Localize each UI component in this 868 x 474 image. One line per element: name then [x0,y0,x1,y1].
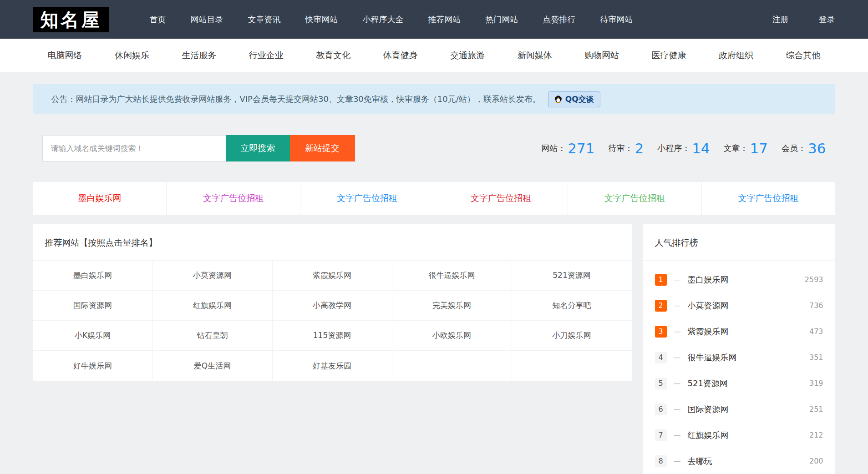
site-link[interactable]: 爱Q生活网 [153,351,273,381]
site-link[interactable]: 好牛娱乐网 [33,351,153,381]
rank-dash: — [674,431,681,439]
site-link[interactable]: 知名分享吧 [512,291,632,321]
qq-chat-button[interactable]: QQ交谈 [548,91,600,107]
category-news-media[interactable]: 新闻媒体 [518,50,552,61]
rank-badge: 2 [655,300,667,312]
search-input[interactable] [42,135,226,161]
site-logo[interactable]: 知名屋 [33,7,109,32]
nav-item-fast-review[interactable]: 快审网站 [293,0,350,39]
stat-sites: 网站： 271 [541,140,594,156]
rank-dash: — [674,405,681,413]
ad-link-1[interactable]: 墨白娱乐网 [33,182,167,215]
rank-badge: 4 [655,352,667,363]
nav-item-pending-sites[interactable]: 待审网站 [588,0,645,39]
site-link[interactable]: 小高教学网 [273,291,392,321]
rank-site-link[interactable]: 去哪玩 [688,456,712,467]
site-link[interactable]: 小莫资源网 [153,261,273,291]
site-link[interactable]: 墨白娱乐网 [33,261,153,291]
ranking-row: 3 — 紫霞娱乐网 473 [643,318,835,344]
text-ad-row: 墨白娱乐网 文字广告位招租 文字广告位招租 文字广告位招租 文字广告位招租 文字… [33,182,835,215]
ranking-row: 8 — 去哪玩 200 [643,448,835,474]
qq-chat-label: QQ交谈 [565,94,594,105]
auth-links: 注册 登录 [772,0,835,39]
rank-dash: — [674,457,681,465]
rank-site-link[interactable]: 墨白娱乐网 [688,274,729,285]
submit-site-button[interactable]: 新站提交 [290,135,355,161]
rank-dash: — [674,353,681,362]
ranking-list: 1 — 墨白娱乐网 2593 2 — 小莫资源网 736 3 — 紫霞娱乐网 4… [643,261,835,474]
nav-item-articles[interactable]: 文章资讯 [236,0,293,39]
rank-dash: — [674,275,681,284]
nav-item-recommended[interactable]: 推荐网站 [416,0,473,39]
category-industry-enterprise[interactable]: 行业企业 [249,50,284,61]
ranking-row: 4 — 很牛逼娱乐网 351 [643,344,835,370]
site-link[interactable]: 好基友乐园 [273,351,392,381]
ad-link-4[interactable]: 文字广告位招租 [434,182,568,215]
rank-badge: 3 [655,326,667,338]
rank-dash: — [674,327,681,336]
category-leisure-entertainment[interactable]: 休闲娱乐 [115,50,149,61]
ad-link-3[interactable]: 文字广告位招租 [300,182,434,215]
ranking-row: 5 — 521资源网 319 [643,370,835,396]
register-link[interactable]: 注册 [772,0,789,39]
ad-link-2[interactable]: 文字广告位招租 [167,182,300,215]
stat-articles: 文章： 17 [724,140,768,156]
category-bar: 电脑网络 休闲娱乐 生活服务 行业企业 教育文化 体育健身 交通旅游 新闻媒体 … [0,39,868,72]
category-education-culture[interactable]: 教育文化 [316,50,350,61]
site-link[interactable]: 小K娱乐网 [33,321,153,351]
rank-badge: 5 [655,378,667,389]
rank-site-link[interactable]: 红旗娱乐网 [688,430,729,441]
nav-item-likes-ranking[interactable]: 点赞排行 [531,0,588,39]
site-link[interactable]: 很牛逼娱乐网 [392,261,512,291]
site-link[interactable]: 国际资源网 [33,291,153,321]
category-sports-fitness[interactable]: 体育健身 [383,50,418,61]
ranking-panel-title: 人气排行榜 [643,224,835,261]
top-navbar: 知名屋 首页 网站目录 文章资讯 快审网站 小程序大全 推荐网站 热门网站 点赞… [0,0,868,39]
announcement-bar: 公告：网站目录为广大站长提供免费收录网站服务，VIP会员每天提交网站30、文章3… [33,84,835,114]
rank-count: 200 [809,457,823,465]
rank-dash: — [674,379,681,388]
ranking-row: 1 — 墨白娱乐网 2593 [643,267,835,292]
rank-site-link[interactable]: 紫霞娱乐网 [688,326,729,337]
rank-site-link[interactable]: 很牛逼娱乐网 [688,352,737,363]
ad-link-5[interactable]: 文字广告位招租 [568,182,702,215]
nav-item-mini-programs[interactable]: 小程序大全 [350,0,416,39]
rank-dash: — [674,301,681,310]
stat-pending: 待审： 2 [608,140,644,156]
search-button[interactable]: 立即搜索 [226,135,290,161]
category-medical-health[interactable]: 医疗健康 [652,50,686,61]
rank-site-link[interactable]: 521资源网 [688,378,728,389]
nav-item-site-directory[interactable]: 网站目录 [178,0,236,39]
site-stats: 网站： 271 待审： 2 小程序： 14 文章： 17 会员： 36 [528,140,826,156]
rank-count: 212 [809,431,823,439]
nav-item-hot-sites[interactable]: 热门网站 [473,0,531,39]
site-link[interactable]: 115资源网 [273,321,392,351]
login-link[interactable]: 登录 [819,0,835,39]
category-life-services[interactable]: 生活服务 [182,50,216,61]
rank-site-link[interactable]: 国际资源网 [688,404,729,415]
nav-item-home[interactable]: 首页 [137,0,178,39]
ranking-row: 2 — 小莫资源网 736 [643,292,835,318]
rank-count: 736 [809,301,823,310]
rank-count: 319 [809,379,823,388]
category-misc-other[interactable]: 综合其他 [786,50,820,61]
site-cell-empty [512,351,632,381]
category-computer-network[interactable]: 电脑网络 [48,50,82,61]
site-link[interactable]: 完美娱乐网 [392,291,512,321]
category-shopping-sites[interactable]: 购物网站 [584,50,619,61]
site-link[interactable]: 521资源网 [512,261,632,291]
category-travel-transport[interactable]: 交通旅游 [450,50,485,61]
recommended-sites-grid: 墨白娱乐网 小莫资源网 紫霞娱乐网 很牛逼娱乐网 521资源网 国际资源网 红旗… [33,261,632,381]
site-cell-empty [392,351,512,381]
ad-link-6[interactable]: 文字广告位招租 [702,182,835,215]
site-link[interactable]: 小欧娱乐网 [392,321,512,351]
main-content: 推荐网站【按照点击量排名】 墨白娱乐网 小莫资源网 紫霞娱乐网 很牛逼娱乐网 5… [33,224,835,474]
site-link[interactable]: 钻石皇朝 [153,321,273,351]
site-link[interactable]: 紫霞娱乐网 [273,261,392,291]
search-section: 立即搜索 新站提交 网站： 271 待审： 2 小程序： 14 文章： 17 会… [33,135,835,161]
recommended-sites-panel: 推荐网站【按照点击量排名】 墨白娱乐网 小莫资源网 紫霞娱乐网 很牛逼娱乐网 5… [33,224,632,381]
rank-site-link[interactable]: 小莫资源网 [688,300,729,311]
site-link[interactable]: 小刀娱乐网 [512,321,632,351]
site-link[interactable]: 红旗娱乐网 [153,291,273,321]
category-government-org[interactable]: 政府组织 [719,50,753,61]
